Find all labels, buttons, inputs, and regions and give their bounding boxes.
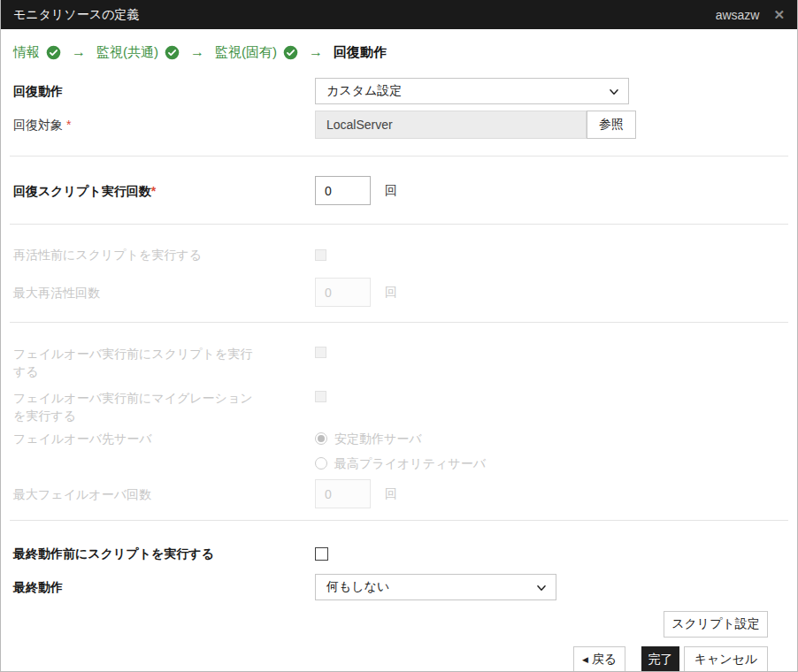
cancel-button[interactable]: キャンセル xyxy=(684,646,768,672)
script-before-final-action-row: 最終動作前にスクリプトを実行する xyxy=(1,545,797,562)
radio-unselected-icon xyxy=(315,457,327,470)
monitor-resource-definition-dialog: モニタリソースの定義 awsazw ✕ 情報 → 監視(共通) → 監視(固有)… xyxy=(0,0,798,672)
check-circle-icon xyxy=(165,45,180,60)
recovery-action-select[interactable]: カスタム設定 xyxy=(315,78,629,104)
step-recovery-action: 回復動作 xyxy=(334,44,387,61)
failover-target-server-label: フェイルオーバ先サーバ xyxy=(13,430,315,447)
script-before-failover-row: フェイルオーバ実行前にスクリプトを実行する xyxy=(1,345,797,380)
arrow-right-icon: → xyxy=(72,44,86,60)
recovery-target-label: 回復対象 * xyxy=(13,116,315,134)
script-before-reactivation-row: 再活性前にスクリプトを実行する xyxy=(1,246,797,263)
failover-target-server-row: フェイルオーバ先サーバ 安定動作サーバ 最高プライオリティサーバ xyxy=(1,430,797,472)
dialog-title: モニタリソースの定義 xyxy=(13,7,716,23)
radio-option-label: 安定動作サーバ xyxy=(334,430,422,447)
dialog-footer: ◀戻る 完了 キャンセル xyxy=(1,646,797,672)
failover-target-server-radio-group: 安定動作サーバ 最高プライオリティサーバ xyxy=(315,430,486,472)
radio-option-stable-server: 安定動作サーバ xyxy=(315,430,486,447)
close-icon[interactable]: ✕ xyxy=(773,8,785,21)
script-before-failover-label: フェイルオーバ実行前にスクリプトを実行する xyxy=(13,345,315,380)
recovery-target-value: LocalServer xyxy=(326,118,393,132)
migration-before-failover-row: フェイルオーバ実行前にマイグレーションを実行する xyxy=(1,389,797,424)
final-action-label: 最終動作 xyxy=(13,578,315,596)
check-circle-icon xyxy=(283,45,298,60)
radio-option-highest-priority-server: 最高プライオリティサーバ xyxy=(315,454,486,472)
browse-button[interactable]: 参照 xyxy=(587,111,636,139)
final-action-select[interactable]: 何もしない xyxy=(315,574,556,600)
step-label: 監視(共通) xyxy=(96,44,158,61)
step-monitor-special[interactable]: 監視(固有) xyxy=(215,44,298,61)
max-reactivation-label: 最大再活性回数 xyxy=(13,284,315,302)
recovery-target-row: 回復対象 * LocalServer 参照 xyxy=(1,111,797,139)
unit-label: 回 xyxy=(385,183,397,199)
max-failover-row: 最大フェイルオーバ回数 回 xyxy=(1,479,797,508)
max-reactivation-row: 最大再活性回数 回 xyxy=(1,278,797,307)
script-before-failover-checkbox xyxy=(315,347,326,358)
recovery-action-value: カスタム設定 xyxy=(326,83,402,99)
recovery-script-count-row: 回復スクリプト実行回数* 回 xyxy=(1,176,797,205)
section-divider xyxy=(10,322,788,323)
script-before-reactivation-label: 再活性前にスクリプトを実行する xyxy=(13,246,315,263)
migration-before-failover-checkbox xyxy=(315,391,326,402)
finish-button[interactable]: 完了 xyxy=(641,646,679,672)
recovery-action-label: 回復動作 xyxy=(13,82,315,100)
script-before-final-action-checkbox[interactable] xyxy=(315,547,328,561)
recovery-script-count-label: 回復スクリプト実行回数* xyxy=(13,182,315,200)
max-reactivation-input xyxy=(315,278,371,307)
step-label: 監視(固有) xyxy=(215,44,277,61)
recovery-target-field: LocalServer xyxy=(315,111,587,139)
unit-label: 回 xyxy=(385,486,397,502)
final-action-row: 最終動作 何もしない xyxy=(1,574,797,600)
max-failover-label: 最大フェイルオーバ回数 xyxy=(13,485,315,503)
resource-name: awsazw xyxy=(716,8,760,22)
title-bar: モニタリソースの定義 awsazw ✕ xyxy=(1,0,797,29)
unit-label: 回 xyxy=(385,285,397,301)
max-failover-input xyxy=(315,479,371,508)
script-before-final-action-label: 最終動作前にスクリプトを実行する xyxy=(13,545,315,562)
section-divider xyxy=(10,224,788,225)
check-circle-icon xyxy=(46,45,61,60)
radio-selected-icon xyxy=(315,432,327,445)
script-before-reactivation-checkbox xyxy=(315,249,326,261)
arrow-right-icon: → xyxy=(309,44,323,60)
radio-option-label: 最高プライオリティサーバ xyxy=(334,454,486,472)
recovery-script-count-input[interactable] xyxy=(315,176,371,205)
section-divider xyxy=(10,156,788,157)
chevron-down-icon xyxy=(535,582,548,597)
script-settings-button[interactable]: スクリプト設定 xyxy=(664,611,768,638)
recovery-action-row: 回復動作 カスタム設定 xyxy=(1,78,797,104)
back-arrow-icon: ◀ xyxy=(582,655,588,664)
step-label: 情報 xyxy=(13,44,40,61)
script-settings-row: スクリプト設定 xyxy=(1,611,797,638)
step-monitor-common[interactable]: 監視(共通) xyxy=(96,44,180,61)
required-mark: * xyxy=(151,184,156,198)
back-button[interactable]: ◀戻る xyxy=(573,646,625,672)
migration-before-failover-label: フェイルオーバ実行前にマイグレーションを実行する xyxy=(13,389,315,424)
section-divider xyxy=(10,520,788,521)
wizard-breadcrumb: 情報 → 監視(共通) → 監視(固有) → 回復動作 xyxy=(13,42,785,62)
step-info[interactable]: 情報 xyxy=(13,44,61,61)
final-action-value: 何もしない xyxy=(326,579,389,595)
chevron-down-icon xyxy=(608,86,620,101)
required-mark: * xyxy=(66,118,71,132)
arrow-right-icon: → xyxy=(190,44,204,60)
